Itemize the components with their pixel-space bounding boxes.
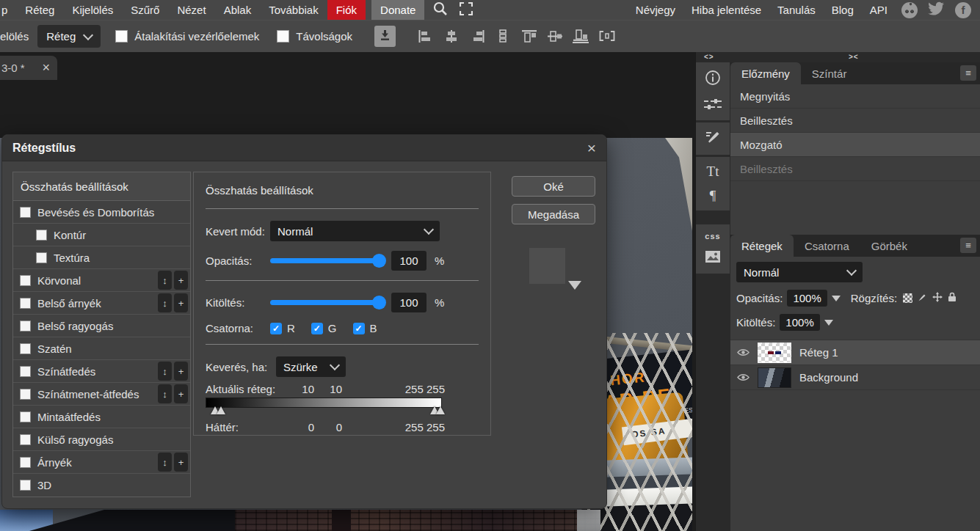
search-icon[interactable]	[433, 1, 448, 19]
layer-blend-mode-select[interactable]: Normál	[736, 262, 863, 282]
style-row-contour[interactable]: Kontúr	[13, 224, 190, 246]
distribute-vertical-button[interactable]	[495, 29, 511, 43]
distribute-horizontal-button[interactable]	[598, 30, 616, 43]
fullscreen-icon[interactable]	[460, 2, 473, 18]
align-top-button[interactable]	[521, 30, 537, 43]
css-icon[interactable]: css	[705, 232, 720, 241]
opacity-value[interactable]: 100	[391, 251, 427, 271]
menu-tanulas[interactable]: Tanulás	[769, 0, 824, 20]
document-tab[interactable]: 3-0 * ×	[0, 56, 57, 80]
checkbox-icon[interactable]	[20, 457, 31, 468]
style-row-pattern-overlay[interactable]: Mintaátfedés	[13, 406, 190, 428]
reorder-button[interactable]: ↕	[158, 362, 172, 381]
menu-blog[interactable]: Blog	[824, 0, 862, 20]
checkbox-icon[interactable]	[20, 434, 31, 445]
blend-mode-select[interactable]: Normál	[270, 221, 440, 241]
reorder-button[interactable]: ↕	[158, 293, 172, 312]
add-instance-button[interactable]: +	[174, 271, 188, 290]
collapse-toolbar-handle[interactable]: <>	[704, 53, 714, 61]
preview-swatch[interactable]	[529, 248, 565, 284]
style-row-color-overlay[interactable]: Színátfedés↕+	[13, 360, 190, 383]
lock-move-icon[interactable]	[932, 292, 943, 304]
checkbox-icon[interactable]	[20, 411, 31, 422]
add-instance-button[interactable]: +	[174, 362, 188, 381]
checkbox-icon[interactable]	[20, 343, 31, 354]
align-right-button[interactable]	[469, 30, 485, 43]
export-button[interactable]	[374, 26, 396, 47]
checkbox-icon[interactable]	[36, 230, 47, 241]
reddit-icon[interactable]	[901, 2, 918, 18]
checkbox-icon[interactable]	[20, 389, 31, 400]
close-tab-icon[interactable]: ×	[42, 60, 50, 76]
opacity-dropdown-icon[interactable]	[832, 296, 841, 301]
style-row-gradient-overlay[interactable]: Színátmenet-átfedés↕+	[13, 383, 190, 406]
menu-nevjegy[interactable]: Névjegy	[628, 0, 683, 20]
channel-r-checkbox[interactable]: ✓R	[270, 322, 295, 334]
checkbox-icon[interactable]	[20, 275, 31, 286]
history-item-current[interactable]: Mozgató	[730, 133, 980, 157]
history-item-undone[interactable]: Beillesztés	[730, 157, 980, 181]
style-row-3d[interactable]: 3D	[13, 474, 190, 497]
lock-paint-icon[interactable]	[918, 292, 927, 304]
menu-szuro[interactable]: Szűrő	[122, 0, 168, 20]
style-list-header[interactable]: Összhatás beállítások	[13, 172, 190, 201]
menu-kijeloles[interactable]: Kijelölés	[63, 0, 122, 20]
tab-layers[interactable]: Rétegek	[730, 235, 794, 257]
layer-name[interactable]: Réteg 1	[799, 346, 838, 359]
dialog-close-icon[interactable]: ×	[587, 140, 596, 155]
tab-swatches[interactable]: Színtár	[801, 62, 858, 84]
layer-thumbnail[interactable]	[758, 343, 791, 363]
opacity-slider[interactable]	[270, 254, 385, 268]
twitter-icon[interactable]	[928, 1, 945, 19]
checkbox-icon[interactable]	[20, 480, 31, 491]
layer-row-reteg1[interactable]: Réteg 1	[730, 340, 980, 365]
add-instance-button[interactable]: +	[174, 293, 188, 312]
swatch-dropdown-icon[interactable]	[568, 281, 581, 290]
align-left-button[interactable]	[418, 30, 434, 43]
adjustments-icon[interactable]	[704, 98, 722, 113]
ok-button[interactable]: Oké	[512, 176, 595, 197]
image-icon[interactable]	[705, 250, 721, 266]
blend-if-select[interactable]: Szürke	[276, 356, 346, 377]
lock-transparency-icon[interactable]	[903, 293, 912, 303]
checkbox-icon[interactable]	[20, 321, 31, 332]
account-button[interactable]: Fiók	[327, 0, 366, 20]
history-item[interactable]: Megnyitás	[730, 84, 980, 109]
current-layer-gradient-bar[interactable]	[206, 398, 442, 417]
visibility-eye-icon[interactable]	[737, 346, 749, 359]
menu-hiba-jelentese[interactable]: Hiba jelentése	[683, 0, 769, 20]
reorder-button[interactable]: ↕	[158, 453, 172, 472]
low-handles[interactable]	[211, 406, 222, 414]
layer-fill-value[interactable]: 100%	[780, 314, 819, 331]
add-instance-button[interactable]: +	[174, 384, 188, 403]
menu-tovabbiak[interactable]: Továbbiak	[260, 0, 327, 20]
dialog-titlebar[interactable]: Rétegstílus ×	[2, 135, 606, 161]
style-row-stroke[interactable]: Körvonal↕+	[13, 269, 190, 292]
reorder-button[interactable]: ↕	[158, 271, 172, 290]
transform-controls-checkbox[interactable]: Átalakítási vezérlőelemek	[115, 30, 259, 43]
reorder-button[interactable]: ↕	[158, 384, 172, 403]
style-row-drop-shadow[interactable]: Árnyék↕+	[13, 451, 190, 474]
align-center-button[interactable]	[443, 30, 460, 43]
style-row-inner-glow[interactable]: Belső ragyogás	[13, 315, 190, 337]
collapse-panel-handle[interactable]: ><	[849, 53, 859, 61]
layer-thumbnail[interactable]	[758, 367, 791, 388]
layer-name[interactable]: Background	[799, 371, 858, 384]
autoselect-target-select[interactable]: Réteg	[37, 25, 101, 48]
tab-channels[interactable]: Csatorna	[794, 235, 860, 257]
align-bottom-button[interactable]	[573, 29, 589, 43]
style-row-satin[interactable]: Szatén	[13, 337, 190, 360]
style-row-texture[interactable]: Textúra	[13, 246, 190, 269]
style-row-inner-shadow[interactable]: Belső árnyék↕+	[13, 292, 190, 315]
checkbox-icon[interactable]	[20, 366, 31, 377]
align-middle-button[interactable]	[547, 30, 563, 43]
add-instance-button[interactable]: +	[174, 453, 188, 472]
info-icon[interactable]	[705, 70, 721, 89]
brush-icon[interactable]	[705, 130, 721, 147]
text-tool-icon[interactable]: Tt	[707, 164, 719, 179]
distances-checkbox[interactable]: Távolságok	[277, 30, 352, 43]
tab-paths[interactable]: Görbék	[860, 235, 918, 257]
style-row-outer-glow[interactable]: Külső ragyogás	[13, 428, 190, 451]
paragraph-icon[interactable]: ¶	[710, 188, 716, 203]
menu-reteg[interactable]: Réteg	[16, 0, 63, 20]
